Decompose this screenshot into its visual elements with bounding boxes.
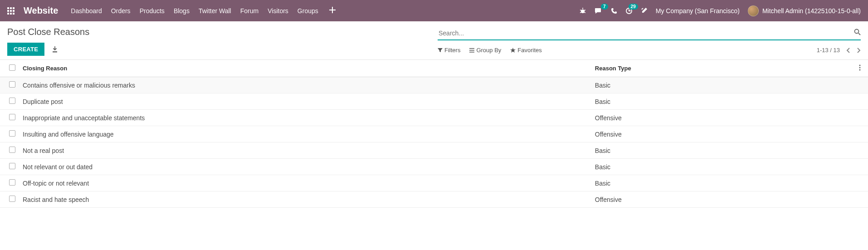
apps-icon[interactable]	[7, 7, 15, 15]
navbar: Website Dashboard Orders Products Blogs …	[0, 0, 868, 21]
cell-reason: Contains offensive or malicious remarks	[19, 77, 591, 93]
control-panel: Post Close Reasons CREATE Filters	[0, 21, 868, 60]
brand[interactable]: Website	[24, 5, 58, 16]
row-checkbox[interactable]	[9, 163, 15, 169]
svg-point-27	[859, 67, 861, 69]
filters-label: Filters	[444, 47, 460, 54]
create-button[interactable]: CREATE	[7, 43, 44, 56]
svg-point-28	[859, 69, 861, 71]
user-menu[interactable]: Mitchell Admin (14225100-15-0-all)	[748, 5, 861, 16]
cell-type: Offensive	[591, 126, 852, 142]
pager-next-icon[interactable]	[857, 47, 861, 54]
filters-button[interactable]: Filters	[438, 47, 460, 54]
messages-badge: 7	[601, 4, 608, 10]
cell-reason: Duplicate post	[19, 93, 591, 110]
svg-rect-7	[10, 13, 12, 15]
cell-reason: Off-topic or not relevant	[19, 175, 591, 191]
cell-reason: Racist and hate speech	[19, 191, 591, 208]
table-row[interactable]: Insulting and offensive languageOffensiv…	[0, 126, 868, 142]
svg-rect-10	[329, 10, 336, 10]
nav-blogs[interactable]: Blogs	[174, 7, 190, 15]
svg-point-11	[581, 10, 585, 13]
table-row[interactable]: Contains offensive or malicious remarksB…	[0, 77, 868, 93]
cell-reason: Insulting and offensive language	[19, 126, 591, 142]
row-checkbox[interactable]	[9, 98, 15, 104]
svg-line-16	[584, 12, 585, 13]
row-checkbox[interactable]	[9, 114, 15, 120]
cell-type: Offensive	[591, 191, 852, 208]
nav-left: Website Dashboard Orders Products Blogs …	[7, 5, 579, 16]
row-checkbox[interactable]	[9, 130, 15, 137]
nav-add-icon[interactable]	[327, 6, 337, 15]
table-row[interactable]: Off-topic or not relevantBasic	[0, 175, 868, 191]
activities-badge: 29	[629, 4, 638, 10]
search-container	[438, 27, 861, 40]
company-selector[interactable]: My Company (San Francisco)	[656, 7, 740, 15]
cell-type: Basic	[591, 175, 852, 191]
table-row[interactable]: Duplicate postBasic	[0, 93, 868, 110]
user-name: Mitchell Admin (14225100-15-0-all)	[762, 7, 861, 15]
nav-products[interactable]: Products	[140, 7, 165, 15]
svg-rect-6	[7, 13, 9, 15]
select-all-checkbox[interactable]	[9, 64, 15, 71]
table-row[interactable]: Not relevant or out datedBasic	[0, 159, 868, 175]
tools-icon[interactable]	[641, 7, 648, 14]
groupby-button[interactable]: Group By	[469, 47, 501, 54]
list-table: Closing Reason Reason Type Contains offe…	[0, 60, 868, 208]
nav-dashboard[interactable]: Dashboard	[71, 7, 102, 15]
svg-rect-20	[53, 51, 57, 53]
nav-twitter-wall[interactable]: Twitter Wall	[199, 7, 231, 15]
svg-line-14	[584, 10, 585, 10]
row-checkbox[interactable]	[9, 147, 15, 153]
phone-icon[interactable]	[611, 8, 617, 14]
avatar	[748, 5, 759, 16]
svg-line-22	[858, 33, 860, 35]
pager-text[interactable]: 1-13 / 13	[817, 47, 840, 54]
cell-reason: Not relevant or out dated	[19, 159, 591, 175]
svg-point-21	[855, 29, 859, 34]
svg-rect-5	[13, 10, 15, 12]
favorites-button[interactable]: Favorites	[510, 47, 541, 54]
svg-rect-23	[469, 48, 474, 49]
nav-forum[interactable]: Forum	[240, 7, 258, 15]
table-row[interactable]: Not a real postBasic	[0, 142, 868, 159]
cell-type: Basic	[591, 93, 852, 110]
cell-type: Basic	[591, 159, 852, 175]
page-title: Post Close Reasons	[7, 27, 430, 37]
cell-reason: Not a real post	[19, 142, 591, 159]
search-icon[interactable]	[854, 29, 861, 37]
table-row[interactable]: Racist and hate speechOffensive	[0, 191, 868, 208]
columns-options-icon[interactable]	[859, 64, 861, 71]
nav-orders[interactable]: Orders	[111, 7, 131, 15]
activities-icon[interactable]: 29	[625, 7, 633, 15]
cell-type: Basic	[591, 77, 852, 93]
nav-visitors[interactable]: Visitors	[268, 7, 288, 15]
search-input[interactable]	[438, 27, 861, 39]
export-icon[interactable]	[52, 46, 58, 53]
cell-type: Offensive	[591, 110, 852, 126]
nav-right: 7 29 My Company (San Francisco) Mitchell…	[579, 5, 861, 16]
svg-rect-8	[13, 13, 15, 15]
svg-rect-25	[469, 52, 474, 53]
nav-groups[interactable]: Groups	[297, 7, 318, 15]
svg-rect-0	[7, 7, 9, 9]
svg-rect-24	[469, 50, 474, 51]
debug-icon[interactable]	[579, 7, 586, 15]
table-row[interactable]: Inappropriate and unacceptable statement…	[0, 110, 868, 126]
svg-rect-1	[10, 7, 12, 9]
row-checkbox[interactable]	[9, 196, 15, 202]
favorites-label: Favorites	[517, 47, 541, 54]
column-header-type[interactable]: Reason Type	[591, 60, 852, 77]
svg-line-15	[580, 12, 581, 13]
svg-point-26	[859, 65, 861, 66]
row-checkbox[interactable]	[9, 81, 15, 88]
svg-line-13	[580, 10, 581, 10]
messages-icon[interactable]: 7	[595, 7, 603, 15]
svg-rect-4	[10, 10, 12, 12]
pager-prev-icon[interactable]	[846, 47, 850, 54]
column-header-reason[interactable]: Closing Reason	[19, 60, 591, 77]
svg-rect-2	[13, 7, 15, 9]
groupby-label: Group By	[476, 47, 501, 54]
cell-reason: Inappropriate and unacceptable statement…	[19, 110, 591, 126]
row-checkbox[interactable]	[9, 179, 15, 186]
